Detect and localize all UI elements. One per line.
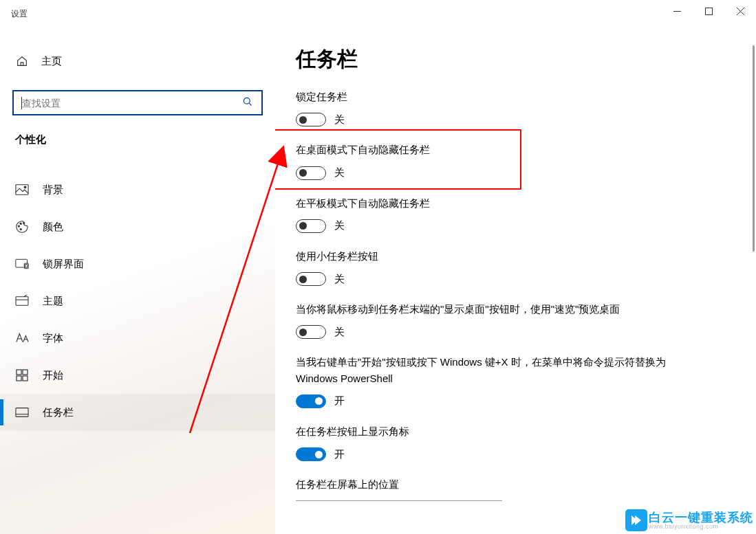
picture-icon — [15, 183, 29, 197]
svg-point-5 — [23, 222, 25, 223]
minimize-button[interactable] — [661, 0, 693, 22]
svg-rect-1 — [16, 185, 28, 195]
sidebar-item-start[interactable]: 开始 — [0, 357, 275, 394]
sidebar-item-label: 开始 — [43, 369, 63, 382]
setting-badges: 在任务栏按钮上显示角标 开 — [296, 423, 728, 461]
home-icon — [15, 54, 29, 68]
sidebar-item-label: 背景 — [43, 183, 63, 197]
setting-peek-preview: 当你将鼠标移动到任务栏末端的"显示桌面"按钮时，使用"速览"预览桌面 关 — [296, 301, 728, 339]
setting-label: 在桌面模式下自动隐藏任务栏 — [296, 142, 681, 157]
setting-powershell: 当我右键单击"开始"按钮或按下 Windows 键+X 时，在菜单中将命令提示符… — [296, 354, 728, 408]
home-label: 主页 — [41, 55, 62, 68]
lockscreen-icon — [15, 257, 29, 271]
category-title: 个性化 — [0, 115, 275, 153]
text-cursor — [21, 97, 22, 109]
svg-point-0 — [244, 98, 250, 104]
palette-icon — [15, 220, 29, 234]
toggle-state-text: 关 — [334, 219, 345, 232]
search-input[interactable] — [22, 98, 242, 109]
svg-point-4 — [20, 223, 21, 224]
scrollbar[interactable] — [753, 45, 755, 252]
setting-label: 当你将鼠标移动到任务栏末端的"显示桌面"按钮时，使用"速览"预览桌面 — [296, 301, 681, 317]
toggle-switch[interactable] — [296, 166, 326, 180]
svg-point-2 — [24, 186, 26, 188]
svg-rect-16 — [705, 8, 712, 14]
setting-label: 在任务栏按钮上显示角标 — [296, 423, 681, 439]
toggle-state-text: 关 — [334, 273, 345, 286]
sidebar-item-font[interactable]: 字体 — [0, 320, 275, 357]
svg-rect-11 — [17, 370, 21, 375]
svg-point-6 — [20, 229, 21, 230]
sidebar-item-label: 颜色 — [43, 221, 63, 234]
sidebar-item-background[interactable]: 背景 — [0, 171, 275, 208]
search-box[interactable] — [12, 90, 263, 115]
taskbar-icon — [15, 405, 29, 419]
sidebar-item-label: 任务栏 — [43, 406, 74, 419]
toggle-switch[interactable] — [296, 219, 326, 233]
toggle-switch[interactable] — [296, 447, 326, 461]
dropdown-placeholder[interactable] — [296, 500, 502, 501]
setting-label: 任务栏在屏幕上的位置 — [296, 476, 681, 492]
setting-autohide-tablet: 在平板模式下自动隐藏任务栏 关 — [296, 195, 728, 233]
main-content: 任务栏 锁定任务栏 关 在桌面模式下自动隐藏任务栏 关 在平板模式下自动隐藏任务… — [275, 0, 756, 534]
setting-autohide-desktop: 在桌面模式下自动隐藏任务栏 关 — [296, 142, 728, 179]
setting-label: 在平板模式下自动隐藏任务栏 — [296, 195, 681, 211]
setting-label: 锁定任务栏 — [296, 89, 681, 104]
search-icon — [242, 96, 253, 109]
sidebar: 设置 主页 个性化 背景 — [0, 0, 275, 534]
highlight-annotation — [275, 129, 521, 190]
nav-list: 背景 颜色 锁屏界面 主题 — [0, 171, 275, 431]
maximize-button[interactable] — [693, 0, 724, 22]
sidebar-item-colors[interactable]: 颜色 — [0, 208, 275, 245]
setting-taskbar-position: 任务栏在屏幕上的位置 — [296, 476, 728, 501]
toggle-switch[interactable] — [296, 325, 326, 339]
svg-rect-13 — [17, 376, 21, 381]
home-link[interactable]: 主页 — [0, 49, 275, 74]
theme-icon — [15, 294, 29, 308]
toggle-switch[interactable] — [296, 113, 326, 126]
setting-lock-taskbar: 锁定任务栏 关 — [296, 89, 728, 126]
close-button[interactable] — [724, 0, 756, 22]
app-title: 设置 — [0, 0, 275, 20]
svg-rect-12 — [23, 370, 28, 375]
setting-small-buttons: 使用小任务栏按钮 关 — [296, 248, 728, 286]
setting-label: 当我右键单击"开始"按钮或按下 Windows 键+X 时，在菜单中将命令提示符… — [296, 354, 681, 386]
sidebar-item-label: 锁屏界面 — [43, 258, 84, 271]
svg-rect-10 — [16, 297, 28, 306]
setting-label: 使用小任务栏按钮 — [296, 248, 681, 264]
toggle-state-text: 开 — [334, 394, 345, 408]
titlebar — [661, 0, 756, 22]
sidebar-item-taskbar[interactable]: 任务栏 — [0, 394, 275, 431]
font-icon — [15, 331, 29, 345]
svg-point-3 — [18, 225, 19, 227]
sidebar-item-lockscreen[interactable]: 锁屏界面 — [0, 245, 275, 282]
svg-rect-15 — [16, 408, 28, 417]
toggle-state-text: 关 — [334, 113, 345, 126]
toggle-state-text: 关 — [334, 166, 345, 179]
sidebar-item-label: 字体 — [43, 332, 63, 345]
toggle-switch[interactable] — [296, 272, 326, 286]
toggle-switch[interactable] — [296, 394, 326, 408]
toggle-state-text: 开 — [334, 448, 345, 461]
toggle-state-text: 关 — [334, 326, 345, 339]
svg-rect-14 — [23, 376, 28, 381]
start-icon — [15, 368, 29, 382]
sidebar-item-theme[interactable]: 主题 — [0, 282, 275, 320]
sidebar-item-label: 主题 — [43, 295, 63, 308]
settings-list: 锁定任务栏 关 在桌面模式下自动隐藏任务栏 关 在平板模式下自动隐藏任务栏 — [296, 89, 756, 501]
